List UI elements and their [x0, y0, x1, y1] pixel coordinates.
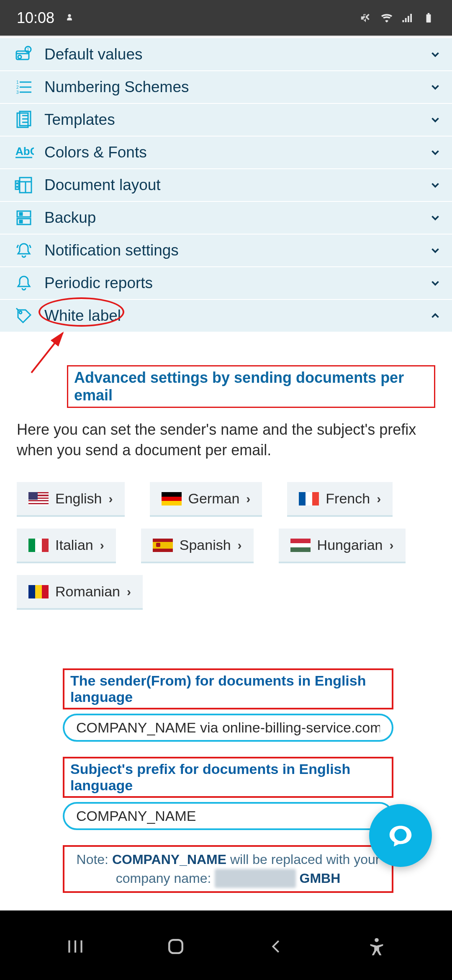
templates-icon — [13, 108, 35, 131]
note-suffix: GMBH — [296, 871, 341, 886]
subject-input[interactable] — [76, 808, 380, 824]
menu-item-notification-settings[interactable]: Notification settings — [0, 234, 452, 266]
menu-item-default-values[interactable]: 1 Default values — [0, 38, 452, 70]
svg-rect-2 — [405, 18, 407, 22]
chevron-down-icon — [429, 211, 442, 224]
menu-label: Numbering Schemes — [44, 78, 189, 96]
menu-item-document-layout[interactable]: Document layout — [0, 168, 452, 201]
svg-point-8 — [18, 55, 21, 59]
svg-rect-33 — [20, 220, 22, 223]
menu-label: Default values — [44, 46, 142, 63]
default-values-icon: 1 — [13, 43, 35, 66]
section-title-box: Advanced settings by sending documents p… — [67, 365, 435, 408]
subject-label-box: Subject's prefix for documents in Englis… — [63, 757, 393, 798]
chevron-up-icon — [429, 309, 442, 322]
chevron-right-icon: › — [127, 585, 131, 599]
language-label: Spanish — [180, 537, 231, 553]
flag-fr-icon — [299, 492, 319, 505]
language-label: Italian — [55, 537, 93, 553]
doc-layout-icon — [13, 174, 35, 196]
language-english[interactable]: English› — [17, 482, 125, 517]
chevron-down-icon — [429, 80, 442, 94]
svg-text:1: 1 — [27, 47, 29, 52]
sender-input[interactable] — [76, 720, 380, 736]
flag-it-icon — [28, 539, 49, 552]
section-title: Advanced settings by sending documents p… — [74, 369, 428, 404]
svg-point-34 — [19, 311, 22, 314]
periodic-icon — [13, 272, 35, 294]
mute-icon — [359, 11, 372, 25]
menu-label: Periodic reports — [44, 274, 153, 292]
home-button[interactable] — [161, 932, 190, 961]
chevron-right-icon: › — [377, 492, 381, 506]
chevron-right-icon: › — [246, 492, 250, 506]
svg-rect-1 — [403, 20, 404, 22]
menu-label: Colors & Fonts — [44, 144, 147, 161]
chevron-down-icon — [429, 244, 442, 257]
chevron-right-icon: › — [390, 538, 394, 552]
language-french[interactable]: French› — [287, 482, 393, 517]
language-hungarian[interactable]: Hungarian› — [279, 529, 406, 563]
language-label: Romanian — [55, 583, 120, 600]
chat-fab[interactable] — [369, 804, 432, 867]
flag-us-icon — [28, 492, 49, 505]
flag-de-icon — [162, 492, 182, 505]
menu-item-templates[interactable]: Templates — [0, 103, 452, 136]
svg-text:3: 3 — [16, 90, 19, 95]
recents-button[interactable] — [61, 932, 90, 961]
settings-menu: 1 Default values 123 Numbering Schemes T… — [0, 36, 452, 332]
colors-fonts-icon: AbC — [13, 141, 35, 164]
note-token: COMPANY_NAME — [112, 852, 226, 867]
chevron-right-icon: › — [238, 538, 242, 552]
subject-input-wrap — [63, 802, 393, 830]
language-romanian[interactable]: Romanian› — [17, 575, 143, 610]
back-button[interactable] — [262, 932, 291, 961]
chevron-down-icon — [429, 178, 442, 192]
language-label: German — [188, 490, 240, 507]
wifi-icon — [380, 11, 393, 25]
svg-point-29 — [17, 186, 18, 187]
menu-label: Templates — [44, 111, 115, 129]
language-label: French — [326, 490, 370, 507]
chevron-right-icon: › — [109, 492, 113, 506]
note-company-redacted: ████████ — [215, 869, 295, 888]
menu-item-periodic-reports[interactable]: Periodic reports — [0, 266, 452, 299]
menu-item-colors-fonts[interactable]: AbC Colors & Fonts — [0, 136, 452, 168]
language-spanish[interactable]: Spanish› — [141, 529, 254, 563]
language-german[interactable]: German› — [150, 482, 262, 517]
android-nav-bar — [0, 913, 452, 980]
white-label-panel: Advanced settings by sending documents p… — [0, 332, 452, 980]
chat-icon — [386, 821, 415, 850]
note-pre: Note: — [77, 852, 112, 867]
flag-es-icon — [153, 539, 173, 552]
svg-rect-32 — [20, 213, 22, 215]
menu-item-white-label[interactable]: White label — [0, 299, 452, 332]
sender-label: The sender(From) for documents in Englis… — [70, 673, 386, 705]
menu-label: Notification settings — [44, 242, 179, 259]
chevron-down-icon — [429, 113, 442, 126]
status-bar: 10:08 — [0, 0, 452, 36]
chevron-right-icon: › — [100, 538, 104, 552]
accessibility-button[interactable] — [362, 932, 391, 961]
svg-rect-27 — [15, 181, 19, 189]
svg-point-0 — [68, 14, 71, 17]
menu-item-backup[interactable]: Backup — [0, 201, 452, 234]
backup-icon — [13, 206, 35, 229]
section-description: Here you can set the sender's name and t… — [17, 420, 435, 460]
svg-rect-3 — [408, 16, 409, 22]
svg-point-28 — [17, 183, 18, 184]
language-label: Hungarian — [317, 537, 383, 553]
menu-label: White label — [44, 307, 121, 325]
svg-rect-42 — [169, 940, 182, 953]
menu-label: Backup — [44, 209, 96, 227]
language-italian[interactable]: Italian› — [17, 529, 116, 563]
svg-rect-5 — [426, 14, 431, 23]
chevron-down-icon — [429, 276, 442, 290]
battery-icon — [422, 11, 435, 25]
svg-point-38 — [394, 829, 406, 841]
flag-ro-icon — [28, 585, 49, 598]
notification-icon — [13, 239, 35, 262]
menu-item-numbering-schemes[interactable]: 123 Numbering Schemes — [0, 70, 452, 103]
sender-label-box: The sender(From) for documents in Englis… — [63, 668, 393, 709]
language-grid: English› German› French› Italian› Spanis… — [17, 482, 435, 610]
